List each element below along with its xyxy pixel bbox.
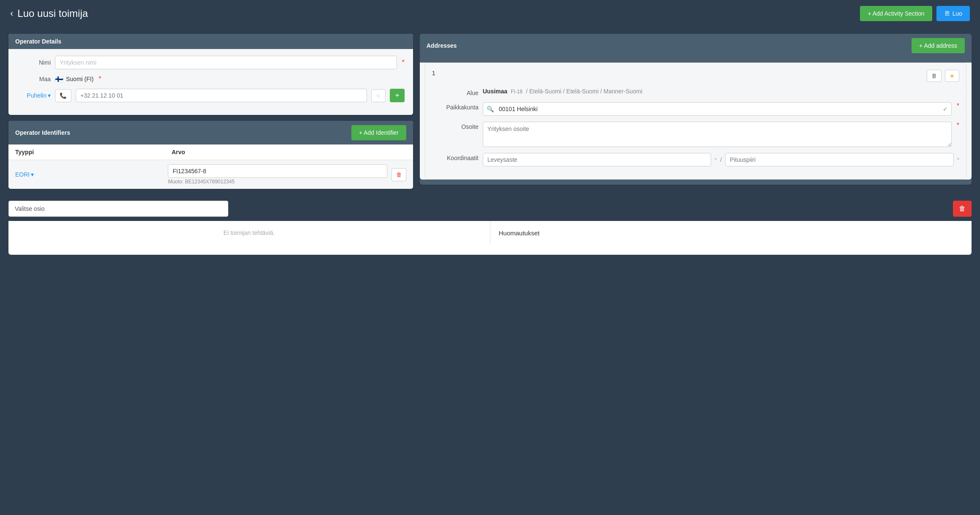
alue-code: FI-18 <box>511 89 523 95</box>
maa-text: Suomi (FI) <box>66 76 93 82</box>
luo-button[interactable]: 🖹 Luo <box>936 6 970 21</box>
page-title-area: ‹ Luo uusi toimija <box>10 8 88 19</box>
col-tyyppi-header: Tyyppi <box>15 149 172 155</box>
phone-star-button[interactable]: ☆ <box>371 89 386 102</box>
header: ‹ Luo uusi toimija + Add Activity Sectio… <box>0 0 980 27</box>
nimi-required: * <box>402 59 405 66</box>
paikkakunta-input[interactable] <box>497 103 939 115</box>
nimi-label: Nimi <box>17 59 51 66</box>
address-card-header: 1 🗑 ★ <box>432 70 959 82</box>
activity-notes: Huomautukset <box>490 221 972 245</box>
alue-region: Uusimaa <box>483 88 507 95</box>
paikkakunta-input-wrapper: 🔍 ✓ <box>483 102 952 116</box>
col-arvo-header: Arvo <box>172 149 406 155</box>
nimi-input[interactable] <box>55 56 397 69</box>
phone-type-button[interactable]: 📞 <box>55 89 71 102</box>
operator-details-panel: Operator Details Nimi * Maa 🇫🇮 Suomi (FI… <box>8 34 413 115</box>
puhelin-row: Puhelin ▾ 📞 ☆ + <box>17 89 405 102</box>
alue-row: Alue Uusimaa FI-18 / Etelä-Suomi / Etelä… <box>432 88 959 96</box>
select-section: Valitse osio 🗑 <box>8 201 972 217</box>
back-button[interactable]: ‹ <box>10 8 13 19</box>
identifiers-col-header: Tyyppi Arvo <box>8 144 413 160</box>
check-icon: ✓ <box>939 106 951 112</box>
identifiers-table: Tyyppi Arvo EORI ▾ Muoto: BE12345X789012… <box>8 144 413 189</box>
maa-required: * <box>99 75 101 83</box>
address-star-button[interactable]: ★ <box>945 70 959 82</box>
koordinaatit-label: Koordinaatit <box>432 153 479 161</box>
addresses-header: Addresses + Add address <box>420 34 972 57</box>
activity-section: Ei toimijan tehtäviä. Huomautukset <box>8 221 972 255</box>
document-icon: 🖹 <box>944 10 950 17</box>
eori-value-col: Muoto: BE12345X789012345 <box>168 164 387 185</box>
header-buttons: + Add Activity Section 🖹 Luo <box>860 6 970 21</box>
address-card-actions: 🗑 ★ <box>927 70 959 82</box>
osoite-textarea[interactable] <box>483 122 952 147</box>
coord-wrapper: ° / ° <box>483 153 959 166</box>
add-phone-button[interactable]: + <box>390 89 405 102</box>
addresses-title: Addresses <box>427 42 457 49</box>
eori-chevron-icon: ▾ <box>31 171 34 178</box>
lat-input[interactable] <box>483 153 711 166</box>
koordinaatit-row: Koordinaatit ° / ° <box>432 153 959 166</box>
star-icon: ☆ <box>376 93 381 99</box>
section-delete-button[interactable]: 🗑 <box>953 201 972 217</box>
maa-value[interactable]: 🇫🇮 Suomi (FI) <box>55 76 93 82</box>
add-activity-section-button[interactable]: + Add Activity Section <box>860 6 932 21</box>
osoite-required: * <box>957 122 959 129</box>
address-delete-button[interactable]: 🗑 <box>927 70 942 82</box>
operator-identifiers-panel: Operator Identifiers + Add Identifier Ty… <box>8 121 413 189</box>
phone-input[interactable] <box>76 89 367 102</box>
no-tasks-text: Ei toimijan tehtäviä. <box>224 229 275 236</box>
osoite-row: Osoite * <box>432 122 959 147</box>
lat-degree: ° <box>714 157 717 163</box>
star-icon: ★ <box>950 73 955 79</box>
section-select[interactable]: Valitse osio <box>8 201 228 217</box>
coord-separator: / <box>720 156 722 163</box>
address-number: 1 <box>432 70 435 76</box>
nimi-row: Nimi * <box>17 56 405 69</box>
puhelin-chevron-icon: ▾ <box>48 92 51 99</box>
bottom-section: Valitse osio 🗑 <box>0 196 980 221</box>
osoite-label: Osoite <box>432 122 479 130</box>
puhelin-dropdown-button[interactable]: Puhelin ▾ <box>17 92 51 99</box>
puhelin-label: Puhelin <box>27 92 47 99</box>
left-column: Operator Details Nimi * Maa 🇫🇮 Suomi (FI… <box>8 34 413 189</box>
eori-label-text: EORI <box>15 171 30 178</box>
notes-label: Huomautukset <box>499 229 540 237</box>
lng-degree: ° <box>957 157 959 163</box>
page-title: Luo uusi toimija <box>17 8 88 19</box>
lng-input[interactable] <box>725 153 953 166</box>
paikkakunta-required: * <box>957 102 959 110</box>
addresses-body: 1 🗑 ★ Alue <box>420 63 972 180</box>
eori-delete-button[interactable]: 🗑 <box>391 168 406 181</box>
alue-path: / Etelä-Suomi / Etelä-Suomi / Manner-Suo… <box>526 88 642 95</box>
operator-details-header: Operator Details <box>8 34 413 49</box>
maa-row: Maa 🇫🇮 Suomi (FI) * <box>17 75 405 83</box>
eori-dropdown-button[interactable]: EORI ▾ <box>15 171 164 178</box>
main-content: Operator Details Nimi * Maa 🇫🇮 Suomi (FI… <box>0 27 980 196</box>
table-row: EORI ▾ Muoto: BE12345X789012345 🗑 <box>8 160 413 189</box>
search-icon: 🔍 <box>483 106 497 112</box>
right-column: Addresses + Add address 1 🗑 ★ <box>420 34 972 185</box>
activity-tasks: Ei toimijan tehtäviä. <box>8 221 490 245</box>
phone-icon: 📞 <box>60 93 67 99</box>
eori-input[interactable] <box>168 164 387 178</box>
paikkakunta-label: Paikkakunta <box>432 102 479 111</box>
address-card: 1 🗑 ★ Alue <box>425 63 966 180</box>
paikkakunta-row: Paikkakunta 🔍 ✓ * <box>432 102 959 116</box>
eori-format: Muoto: BE12345X789012345 <box>168 179 387 185</box>
add-identifier-button[interactable]: + Add Identifier <box>351 125 406 140</box>
alue-value: Uusimaa FI-18 / Etelä-Suomi / Etelä-Suom… <box>483 88 959 95</box>
trash-icon: 🗑 <box>931 73 937 79</box>
alue-label: Alue <box>432 88 479 96</box>
trash-icon: 🗑 <box>396 172 402 178</box>
operator-identifiers-header: Operator Identifiers + Add Identifier <box>8 121 413 144</box>
maa-label: Maa <box>17 76 51 82</box>
finland-flag-icon: 🇫🇮 <box>55 76 63 82</box>
trash-icon: 🗑 <box>959 205 966 213</box>
operator-identifiers-title: Operator Identifiers <box>15 129 70 136</box>
add-address-button[interactable]: + Add address <box>912 38 965 53</box>
operator-details-title: Operator Details <box>15 38 61 45</box>
operator-details-body: Nimi * Maa 🇫🇮 Suomi (FI) * Puhel <box>8 49 413 115</box>
addresses-panel-container: Addresses + Add address 1 🗑 ★ <box>420 34 972 185</box>
